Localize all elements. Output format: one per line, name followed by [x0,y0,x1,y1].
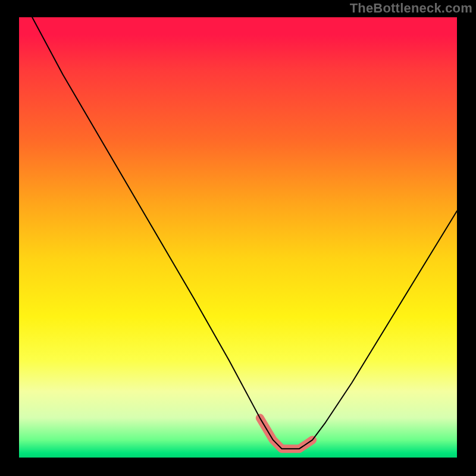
chart-frame: TheBottleneck.com [0,0,476,476]
chart-svg [19,17,457,458]
watermark-text: TheBottleneck.com [350,1,472,16]
bottleneck-curve-line [32,17,457,449]
valley-highlight-line [260,418,312,449]
plot-area [19,17,457,458]
